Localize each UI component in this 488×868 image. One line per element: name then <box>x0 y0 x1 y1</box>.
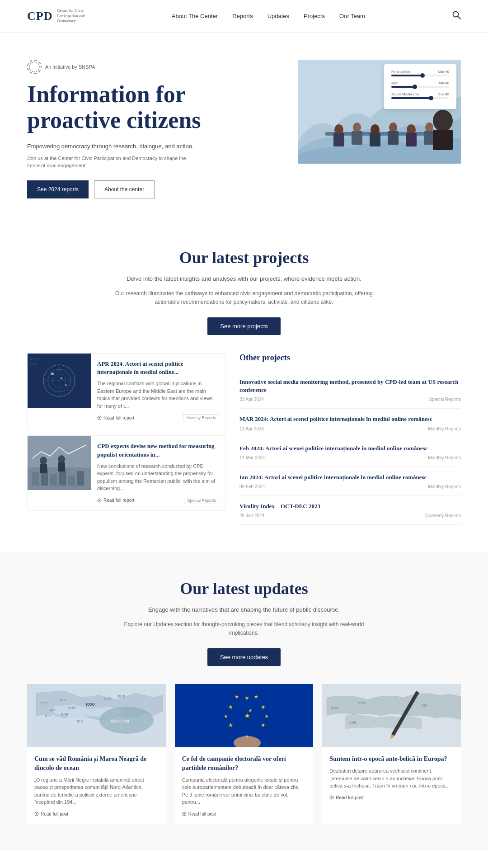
svg-text:BUL: BUL <box>77 719 84 723</box>
svg-point-8 <box>389 123 397 132</box>
hero-description: Empowering democracy through research, d… <box>27 142 280 151</box>
other-project-item: Ian 2024: Actori ai scenei politice inte… <box>239 467 461 496</box>
project-card: 01001 10110 APR 2024. Actori ai scenei p… <box>27 353 226 428</box>
other-item-title[interactable]: Virality Index – OCT-DEC 2023 <box>239 502 461 510</box>
featured-projects: 01001 10110 APR 2024. Actori ai scenei p… <box>27 353 226 525</box>
svg-text:RUS: RUS <box>117 694 125 698</box>
project-card-title: CPD experts devise new method for measur… <box>97 442 219 458</box>
svg-rect-42 <box>40 464 47 473</box>
svg-point-41 <box>40 457 47 465</box>
update-card: ★ ★ ★ ★ ★ ★ ★ ★ ★ ★ ★ ★ <box>175 684 314 823</box>
svg-text:★: ★ <box>264 713 269 719</box>
svg-text:EUR: EUR <box>331 706 339 710</box>
more-about-section: More about the center To understand tren… <box>0 851 488 868</box>
other-project-item: Innovative social media monitoring metho… <box>239 372 461 409</box>
update-card-image: ★ ★ ★ ★ ★ ★ ★ ★ ★ ★ ★ ★ <box>175 684 314 747</box>
hero-section: An initiative by SNSPA Information for p… <box>0 33 488 221</box>
svg-point-25 <box>51 373 54 375</box>
search-icon[interactable] <box>452 10 461 22</box>
other-project-item: MAR 2024: Actori ai scenei politice inte… <box>239 409 461 438</box>
other-item-date: 09 Feb 2024 <box>239 484 265 489</box>
projects-description: Delve into the latest insights and analy… <box>104 274 384 284</box>
svg-text:★: ★ <box>254 694 258 699</box>
other-item-tag: Monthly Reports <box>428 426 461 431</box>
svg-text:★: ★ <box>248 708 253 713</box>
see-reports-button[interactable]: See 2024 reports <box>27 180 89 198</box>
logo-text: Center for Civic Participation and Democ… <box>57 8 84 24</box>
svg-text:UKR: UKR <box>104 697 112 701</box>
svg-text:10110: 10110 <box>30 362 38 365</box>
other-item-title[interactable]: Innovative social media monitoring metho… <box>239 378 461 394</box>
other-item-title[interactable]: Ian 2024: Actori ai scenei politice inte… <box>239 473 461 481</box>
svg-text:SKV: SKV <box>59 698 66 702</box>
update-card-title: Ce fel de campanie electorală vor oferi … <box>182 755 306 772</box>
other-projects-title: Other projects <box>239 353 461 363</box>
svg-rect-40 <box>77 471 84 486</box>
update-card-body: Suntem într-o epocă ante-belică în Europ… <box>322 747 461 807</box>
svg-text:CZE: CZE <box>41 701 48 705</box>
svg-text:★: ★ <box>244 712 250 719</box>
read-full-report-link[interactable]: Read full report <box>97 498 134 503</box>
see-more-projects-button[interactable]: See more projects <box>207 317 281 335</box>
svg-line-1 <box>458 17 460 19</box>
nav-updates[interactable]: Updates <box>267 13 289 19</box>
project-tag: Special Reports <box>184 497 219 504</box>
project-card-image: 01001 10110 <box>28 354 91 408</box>
updates-section: Our latest updates Engage with the narra… <box>0 552 488 850</box>
updates-title: Our latest updates <box>27 579 461 598</box>
svg-point-2 <box>29 62 39 72</box>
svg-text:AUT: AUT <box>50 708 57 712</box>
other-item-date: 22 Apr 2024 <box>239 397 264 402</box>
project-card-text: The regional conflicts with global impli… <box>97 380 219 410</box>
other-item-title[interactable]: MAR 2024: Actori ai scenei politice inte… <box>239 415 461 423</box>
read-full-post-link[interactable]: Read full post <box>329 795 454 800</box>
svg-point-26 <box>65 384 67 386</box>
hero-title: Information for proactive citizens <box>27 81 280 133</box>
svg-text:★: ★ <box>228 722 233 728</box>
other-item-tag: Quarterly Reports <box>425 513 461 518</box>
update-card-title: Cum se văd România și Marea Neagră de di… <box>34 755 159 772</box>
initiative-text: An initiative by SNSPA <box>45 64 95 70</box>
nav-about[interactable]: About The Center <box>172 13 218 19</box>
update-card-body: Cum se văd România și Marea Neagră de di… <box>27 747 166 823</box>
svg-text:SRB: SRB <box>61 712 68 717</box>
update-card-title: Suntem într-o epocă ante-belică în Europ… <box>329 755 454 764</box>
other-item-title[interactable]: Feb 2024: Actori ai scenei politice inte… <box>239 444 461 453</box>
navbar: CPD Center for Civic Participation and D… <box>0 0 488 33</box>
nav-projects[interactable]: Projects <box>304 13 325 19</box>
nav-links: About The Center Reports Updates Project… <box>172 13 365 19</box>
read-full-post-link[interactable]: Read full post <box>34 811 159 816</box>
read-full-report-link[interactable]: Read full report <box>97 415 134 420</box>
svg-text:01001: 01001 <box>30 358 39 361</box>
other-item-date: 11 Apr 2024 <box>239 426 264 431</box>
svg-text:★: ★ <box>228 704 233 710</box>
svg-point-17 <box>433 110 453 132</box>
projects-title: Our latest projects <box>27 248 461 267</box>
project-card-title: APR 2024. Actori ai scenei politice inte… <box>97 360 219 376</box>
project-card-text: New conclusions of research conducted by… <box>97 462 219 492</box>
svg-text:Black Sea: Black Sea <box>111 719 129 723</box>
projects-section: Our latest projects Delve into the lates… <box>0 221 488 552</box>
svg-rect-44 <box>58 462 65 472</box>
svg-point-0 <box>453 12 458 17</box>
nav-our-team[interactable]: Our Team <box>339 13 365 19</box>
widget-row-age: Age Apr 40 <box>391 81 449 88</box>
svg-text:★: ★ <box>261 722 266 728</box>
projects-grid: 01001 10110 APR 2024. Actori ai scenei p… <box>27 353 461 525</box>
project-card-image <box>28 436 91 490</box>
other-project-item: Virality Index – OCT-DEC 2023 26 Jan 202… <box>239 496 461 525</box>
logo[interactable]: CPD Center for Civic Participation and D… <box>27 8 85 24</box>
project-card-footer: Read full report Monthly Reports <box>97 414 219 421</box>
svg-text:★: ★ <box>224 713 228 719</box>
update-card-image: EUR EUR ASI AFR <box>322 684 461 747</box>
read-full-post-link[interactable]: Read full post <box>182 811 306 816</box>
updates-header: Our latest updates Engage with the narra… <box>27 579 461 666</box>
svg-text:BIH: BIH <box>45 713 52 717</box>
initiative-badge: An initiative by SNSPA <box>27 60 280 74</box>
see-more-updates-button[interactable]: See more updates <box>207 648 281 666</box>
updates-description: Engage with the narratives that are shap… <box>104 605 384 615</box>
nav-reports[interactable]: Reports <box>232 13 253 19</box>
about-center-button[interactable]: About the center <box>94 180 155 198</box>
svg-text:★: ★ <box>244 695 249 701</box>
svg-rect-14 <box>388 131 399 145</box>
